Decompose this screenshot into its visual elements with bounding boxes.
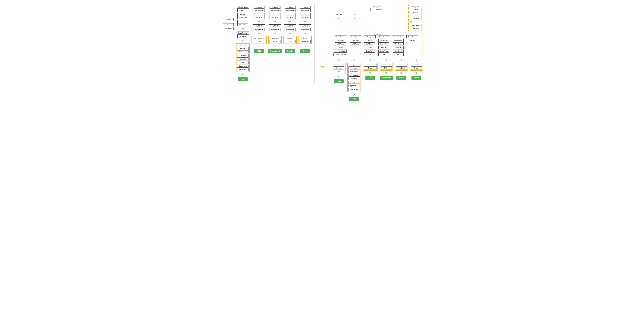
- r-c3-cb: Code Build: [378, 39, 389, 42]
- page-wrapper: User Pool S3 IAM Roles SSL Certificate D…: [219, 3, 425, 103]
- r-app3-arrow-bot: ▼: [385, 72, 388, 75]
- left-cp-2: Code Pipeline: [253, 24, 265, 27]
- r-kiosk-react: React: [411, 66, 422, 69]
- left-dash-mithril: Mithril: [270, 40, 280, 43]
- left-api-lambda: Lambda: [237, 57, 248, 60]
- left-col-4: Domain CloudFront S3 IAM Roles ▼ Code Pi…: [284, 5, 296, 53]
- right-cicd-inner: ecogy-cicd Code Pipeline Code Build IAM …: [332, 32, 423, 57]
- r-c3-s3: S3: [378, 53, 389, 56]
- left-cloudfront-1: CloudFront: [238, 16, 248, 19]
- left-col-2: Domain CloudFront S3 IAM Roles ▼ Code Pi…: [252, 5, 266, 53]
- r-c1-cb: Code Build: [350, 39, 361, 42]
- left-arrow-3: ▼: [274, 20, 276, 23]
- r-public-btn[interactable]: Public: [396, 76, 406, 80]
- r-bpm-btn[interactable]: BPM: [334, 79, 344, 83]
- left-arrow-3b: ▼: [274, 32, 276, 35]
- left-cp-4: Code Pipeline: [284, 24, 296, 27]
- right-ssl-cert: SSL Certificate: [370, 8, 383, 11]
- r-app1-arrow-top: ▼: [352, 59, 356, 62]
- right-solar-group: solarcoin JavaScript: [395, 63, 408, 70]
- r-app2-arrow-top: ▼: [369, 59, 372, 62]
- right-app-col4: ▼ solarcoin JavaScript ▼ Public: [395, 58, 408, 80]
- right-userpool: User Pool: [333, 13, 344, 16]
- left-api-s3: S3: [237, 61, 248, 64]
- r-app1-arrow-bot: ▼: [352, 93, 356, 96]
- left-solar-react: React: [284, 40, 296, 43]
- left-cb-4: Code Build: [284, 28, 296, 31]
- left-cf-4: CloudFront: [284, 9, 296, 12]
- r-c4-s3: S3: [393, 53, 404, 56]
- r-c0-cb: Code Build: [335, 39, 346, 42]
- left-kiosk-btn[interactable]: Kiosk: [300, 49, 310, 53]
- left-iam-5: IAM Roles: [300, 16, 310, 19]
- r-solar-js: JavaScript: [396, 66, 407, 69]
- left-dash-btn[interactable]: Dashboard: [268, 49, 282, 53]
- left-arrow-4: ▼: [288, 20, 292, 23]
- left-s3-2: S3: [254, 13, 264, 16]
- left-arrow-1b: ▼: [242, 39, 244, 42]
- right-cicd-col0: Code Pipeline Code Build IAM Roles Domai…: [334, 35, 348, 56]
- left-s3-standalone: S3: [223, 23, 234, 26]
- left-cf-5: CloudFront: [300, 9, 310, 12]
- r-kiosk-btn[interactable]: Kiosk: [412, 76, 421, 80]
- right-dns-arrow: ▼: [353, 17, 356, 20]
- left-api-gw: API Gateway: [237, 54, 248, 57]
- r-c3-cf: CloudFront: [378, 49, 389, 52]
- left-iam-2: IAM Roles: [254, 16, 264, 19]
- r-app4-arrow-bot: ▼: [400, 72, 403, 75]
- left-ams-group: asset-management React: [252, 36, 266, 44]
- left-api-dynamo: DynamoDB: [237, 64, 248, 67]
- right-cicd-col2: Code Pipeline Code Build IAM Roles Domai…: [364, 35, 376, 56]
- r-ams-react: React: [364, 66, 377, 69]
- r-c3-iam: IAM Roles: [378, 42, 389, 45]
- right-api-group: ecogy-api Domain CloudFront API Gateway …: [348, 63, 361, 92]
- right-cicd-col3: Code Pipeline Code Build IAM Roles Domai…: [378, 35, 390, 56]
- right-far-iam: IAM Roles: [410, 17, 422, 20]
- r-c2-s3: S3: [364, 53, 375, 56]
- r-api-simpledb: Simple DB: [348, 88, 360, 91]
- left-col-3: Domain CloudFront S3 IAM Roles ▼ Code Pi…: [268, 5, 282, 53]
- r-c2-cb: Code Build: [364, 39, 375, 42]
- left-arrow-4b: ▼: [288, 32, 292, 35]
- left-arrow-2c: ▼: [258, 45, 260, 48]
- left-arrow-4c: ▼: [288, 45, 292, 48]
- r-dash-btn[interactable]: Dashboard: [380, 76, 393, 80]
- r-c4-cf: CloudFront: [393, 49, 404, 52]
- right-cicd-col4: Code Pipeline Code Build IAM Roles Domai…: [392, 35, 404, 56]
- right-far-s3: S3: [410, 14, 422, 17]
- left-sslcert-1: SSL Certificate: [236, 5, 249, 8]
- r-app5-arrow-top: ▼: [415, 59, 418, 62]
- r-dash-mithril: Mithril: [381, 66, 392, 69]
- left-api-btn[interactable]: API: [238, 77, 248, 81]
- r-c0-eb: Elastic Beanstalk: [334, 53, 348, 56]
- r-api-gw: API Gateway: [348, 73, 360, 76]
- right-ams-group: asset-management React: [363, 63, 378, 70]
- right-app-col1: ▼ ecogy-api Domain CloudFront API Gatewa…: [348, 58, 361, 101]
- right-far-cicd: ecogy-cicd Domain CloudFront S3 IAM Role…: [408, 5, 423, 31]
- r-ams-btn[interactable]: AMS: [366, 76, 375, 80]
- left-arrow-5b: ▼: [304, 32, 306, 35]
- left-domain-5: Domain: [300, 5, 310, 8]
- left-arrow-3c: ▼: [274, 45, 276, 48]
- right-app-col5: ▼ kiosk React ▼ Kiosk: [410, 58, 423, 80]
- left-iam-3: IAM Roles: [270, 16, 280, 19]
- left-iam-4: IAM Roles: [284, 16, 296, 19]
- left-arrow-5: ▼: [304, 20, 306, 23]
- r-api-lambda: Lambda: [348, 77, 360, 80]
- left-iamroles-1: IAM Roles: [238, 23, 248, 26]
- right-dns: DNS: [349, 13, 360, 16]
- left-public-btn[interactable]: Public: [285, 49, 295, 53]
- left-cf-2: CloudFront: [254, 9, 264, 12]
- left-kiosk-group: kiosk JavaScript: [298, 36, 312, 44]
- right-cicd-col5: Code Pipeline Code Build: [406, 35, 418, 42]
- left-domain-1: Domain: [238, 13, 248, 16]
- left-solarcoin-group: solarcoin React: [284, 36, 296, 44]
- r-api-btn[interactable]: API: [349, 97, 359, 101]
- right-diagram: User Pool ▼ DNS ▼ ecogy-cicd SSL Certifi…: [330, 3, 425, 103]
- left-arrow-2: ▼: [258, 20, 260, 23]
- left-ams-btn[interactable]: AMS: [254, 49, 264, 53]
- right-far-domain: Domain: [410, 8, 422, 11]
- right-far-arrow: ▼: [410, 20, 422, 24]
- right-app-col0: ▼ docker-camunda Docker Java ▼ BPM: [332, 58, 346, 83]
- r-app4-arrow-top: ▼: [400, 59, 403, 62]
